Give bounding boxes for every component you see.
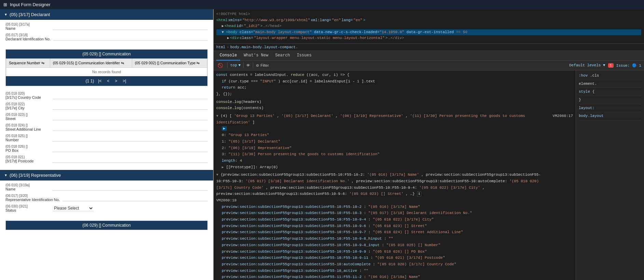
field-row-number: (05 018 025) [] Number xyxy=(5,134,208,142)
field-row-id-no: (05 017) [3/18] Declarant Identification… xyxy=(5,33,208,41)
devtools-panel: <!DOCTYPE html> <html xmlns="http://www.… xyxy=(214,9,644,280)
tab-issues[interactable]: Issues xyxy=(293,51,315,61)
sidebar-prop-layout: layout: xyxy=(579,104,641,112)
code-line-3: return acc; xyxy=(216,84,573,91)
sidebar-prop-element: element. xyxy=(579,80,641,88)
field-label-city: (05 018 022) [3/17e] City xyxy=(5,102,50,110)
array-prototype[interactable]: ▶ [[Prototype]]: Array(0) xyxy=(216,164,573,171)
field-row-rep-status: (06 030) [3/21] Status Please Select xyxy=(5,204,208,212)
field-label-street: (05 018 023) [] Street xyxy=(5,113,50,121)
field-input-rep-name[interactable] xyxy=(53,184,208,191)
obj-prop-12: preview:section:subSectionF55group13:sub… xyxy=(216,274,573,280)
field-label-number: (05 018 025) [] Number xyxy=(5,134,50,142)
field-input-postcode[interactable] xyxy=(53,156,208,163)
declarant-section-header[interactable]: ▼ (05) [3/17] Declarant xyxy=(0,9,213,20)
field-input-street-add[interactable] xyxy=(53,124,208,131)
breadcrumb-html[interactable]: html xyxy=(216,45,225,49)
pagination-first-btn[interactable]: |< xyxy=(97,78,103,84)
field-input-number[interactable] xyxy=(53,134,208,142)
pagination-last-btn[interactable]: >| xyxy=(121,78,127,84)
declarant-section-label: (05) [3/17] Declarant xyxy=(10,12,50,17)
representative-fields: (06 016) [3/19a] Name (06 017) [3/20] Re… xyxy=(0,181,213,218)
expand-object-icon[interactable]: ▼ xyxy=(216,173,218,177)
tab-console[interactable]: Console xyxy=(216,51,240,61)
app-title: Input Form Designer xyxy=(10,2,51,7)
tree-line-head[interactable]: ▶ <head id="_idt2" > …</head> xyxy=(216,23,641,29)
field-code-street: (05 018 023) [] xyxy=(5,113,50,117)
obj-prop-9: preview:section:subSectionF55group13:sub… xyxy=(216,255,573,261)
col-type: (05 029 002) [] Communication Type ⇋ xyxy=(132,59,207,68)
rep-comm-header: (06 029) [] Communication xyxy=(6,221,207,230)
field-rep-status-label: Status xyxy=(5,208,16,212)
vm-ref-2: VM2060:18 xyxy=(216,197,236,204)
field-code-rep-name: (06 016) [3/19a] xyxy=(5,183,50,187)
field-label-id-no: (05 017) [3/18] Declarant Identification… xyxy=(5,33,51,41)
field-row-country: (05 018 020) [3/17c] Country Code xyxy=(5,92,208,99)
field-input-street[interactable] xyxy=(53,113,208,120)
rep-comm-section: (06 029) [] Communication xyxy=(5,221,208,230)
tree-line-body[interactable]: ▼ <body class="main-body layout-compact"… xyxy=(216,29,641,36)
field-select-rep-status[interactable]: Please Select xyxy=(53,205,94,211)
field-label-rep-id: (06 017) [3/20] Representative Identific… xyxy=(5,194,60,202)
filter-button[interactable]: ⊜ Filter xyxy=(256,63,269,68)
no-records-row: No records found xyxy=(6,68,207,76)
chevron-down-icon-rep: ▼ xyxy=(4,173,8,177)
filter-icon: ⊜ xyxy=(256,63,259,68)
representative-section-label: (06) [3/19] Representative xyxy=(10,173,61,178)
field-input-po-box[interactable] xyxy=(53,145,208,152)
right-sidebar: :hov .cls element. style { } layout: bod… xyxy=(576,70,644,280)
array-length: length: 4 xyxy=(216,158,573,164)
console-output-array: ▼ (4) [ 'Group 13 Parties' , '(05) [3/17… xyxy=(216,113,573,170)
array-item-3: 3: "(11) [3/30] Person presenting the go… xyxy=(216,151,573,158)
field-input-city[interactable] xyxy=(53,103,208,110)
tab-search[interactable]: Search xyxy=(272,51,293,61)
tree-line-doctype: <!DOCTYPE html> xyxy=(216,11,641,17)
field-row-name: (05 016) [3/17a] Name xyxy=(5,23,208,30)
field-input-rep-id[interactable] xyxy=(63,194,208,201)
field-label-street-add: (05 018 024) [] Street Additional Line xyxy=(5,123,50,131)
field-number-label: Number xyxy=(5,138,19,142)
pagination-next-btn[interactable]: > xyxy=(113,78,119,84)
field-input-name[interactable] xyxy=(53,23,208,30)
main-layout: ▼ (05) [3/17] Declarant (05 016) [3/17a]… xyxy=(0,9,644,280)
console-content: const contents = labelsAndInput. reduce … xyxy=(214,70,576,280)
sidebar-prop-hov: :hov .cls xyxy=(579,72,641,80)
breadcrumb-body[interactable]: body.main-body.layout-compact. xyxy=(230,45,298,49)
devtools-tabs: Console What's New Search Issues xyxy=(214,51,644,61)
field-country-label: [3/17c] Country Code xyxy=(5,95,41,99)
representative-section-header[interactable]: ▼ (06) [3/19] Representative xyxy=(0,170,213,181)
array-expand-indicator[interactable]: ▶ xyxy=(216,125,573,132)
code-line-1: const contents = labelsAndInput. reduce … xyxy=(216,72,573,78)
expand-array-icon[interactable]: ▼ xyxy=(216,114,218,118)
tree-line-div[interactable]: ▶ <div class="layout-wrapper menu-layout… xyxy=(216,35,641,41)
declarant-comm-section: (05 029) [] Communication Sequence Numbe… xyxy=(5,49,208,86)
field-code-city: (05 018 022) xyxy=(5,102,50,106)
no-records-cell: No records found xyxy=(6,68,207,76)
field-code-id-no: (05 017) [3/18] xyxy=(5,33,51,37)
declarant-fields: (05 016) [3/17a] Name (05 017) [3/18] De… xyxy=(0,20,213,46)
issue-badge: 1 xyxy=(608,63,614,68)
clear-console-button[interactable]: 🚫 xyxy=(216,62,224,69)
field-label-rep-status: (06 030) [3/21] Status xyxy=(5,204,50,212)
field-city-label: [3/17e] City xyxy=(5,106,25,110)
console-log-headers: console.log(headers) xyxy=(216,99,573,105)
tab-whats-new[interactable]: What's New xyxy=(240,51,272,61)
default-levels-selector[interactable]: Default levels ▼ xyxy=(569,63,605,67)
console-output-object: ▼ {preview:section:subSectionF55group13:… xyxy=(216,172,573,280)
field-id-no-label: Declarant Identification No. xyxy=(5,37,51,41)
toolbar-divider-3 xyxy=(253,63,253,68)
col-seq: Sequence Number ⇋ xyxy=(6,59,50,68)
console-calls: console.log(headers) console.log(content… xyxy=(216,99,573,111)
array-item-0: 0: "Group 13 Parties" xyxy=(216,132,573,138)
filter-label: Filter xyxy=(260,63,269,67)
breadcrumb-bar: html › body.main-body.layout-compact. xyxy=(214,43,644,51)
col-id: (05 029 015) [] Communication Identifier… xyxy=(50,59,132,68)
field-input-id-no[interactable] xyxy=(53,34,208,41)
field-rep-name-label: Name xyxy=(5,187,15,191)
pagination-prev-btn[interactable]: < xyxy=(106,78,111,84)
object-output-header: ▼ {preview:section:subSectionF55group13:… xyxy=(216,172,573,203)
title-bar: ⊞ Input Form Designer xyxy=(0,0,644,9)
top-selector[interactable]: top ▼ xyxy=(230,63,241,67)
field-input-country[interactable] xyxy=(53,92,208,99)
field-row-city: (05 018 022) [3/17e] City xyxy=(5,102,208,110)
